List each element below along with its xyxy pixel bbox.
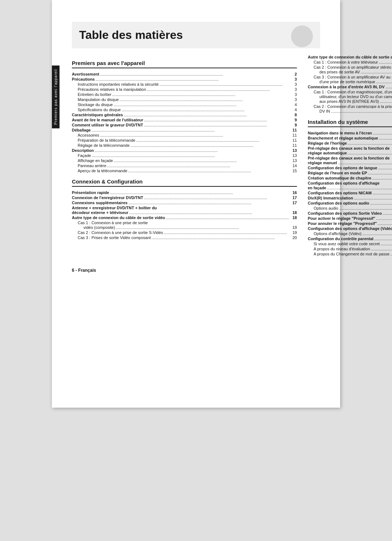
toc-dots: ........................................… xyxy=(380,99,392,104)
toc-row: Réglage de la télécommande..............… xyxy=(72,143,297,148)
footer: 6 - Français xyxy=(72,268,320,273)
toc-page: 3 xyxy=(290,82,297,86)
toc-dots xyxy=(148,224,289,224)
toc-page: 3 xyxy=(290,87,297,92)
toc-row: réglage manuel..........................… xyxy=(308,161,392,165)
toc-label: Spécifications du disque xyxy=(78,108,121,112)
toc-page: 13 xyxy=(290,148,297,153)
toc-row: Précautions.............................… xyxy=(72,77,297,82)
toc-page: 18 xyxy=(290,210,297,215)
toc-dots: ........................................… xyxy=(129,210,289,215)
toc-label: Façade xyxy=(78,153,91,158)
toc-dots: ........................................… xyxy=(331,109,392,114)
toc-dots: ........................................… xyxy=(379,60,392,65)
toc-dots: ........................................… xyxy=(338,161,392,165)
toc-label: A propos du Changement de mot de passe xyxy=(314,252,389,256)
right-column: Autre type de connexion du câble de sort… xyxy=(308,55,392,257)
toc-label: Cas 1 : Connexion à votre téléviseur xyxy=(314,60,378,64)
toc-row: Manipulation du disque..................… xyxy=(72,97,297,102)
toc-label: Connexions supplémentaires xyxy=(72,201,127,205)
left-column: Premiers pas avec l'appareil Avertisseme… xyxy=(72,55,297,257)
toc-row: Autre type de connexion du câble de sort… xyxy=(72,215,297,220)
toc-label: Cas 1 : Connexion d'un magnétoscope, d'u… xyxy=(314,90,392,94)
toc-page: 18 xyxy=(290,215,297,220)
toc-page: 11 xyxy=(290,138,297,142)
toc-label: des prises de sortie AV xyxy=(319,70,360,74)
toc-dots: ........................................… xyxy=(370,201,392,206)
toc-dots: ........................................… xyxy=(348,141,392,146)
toc-dots: ........................................… xyxy=(152,235,289,240)
toc-entries-section1: Avertissement...........................… xyxy=(72,72,297,173)
toc-row: Antenne + enregistreur DVD/TNT + boîtier… xyxy=(72,206,297,210)
toc-row: Cas 1 : Connexion d'un magnétoscope, d'u… xyxy=(308,90,392,94)
toc-row: Cas 1 : Connexion à une prise de sortie xyxy=(72,221,297,225)
toc-row: aux prises AV3 IN (ENTREE AV3)..........… xyxy=(308,99,392,104)
section-premiers-pas: Premiers pas avec l'appareil Avertisseme… xyxy=(72,60,297,173)
toc-row: Pré-réglage des canaux avec la fonction … xyxy=(308,156,392,160)
page-title: Table des matières xyxy=(79,28,313,42)
toc-row: Configuration des options audio.........… xyxy=(308,201,392,206)
toc-label: Configuration des options de langue xyxy=(308,166,377,170)
toc-page: 4 xyxy=(290,108,297,112)
toc-dots: ........................................… xyxy=(128,201,289,205)
toc-label: Aperçu de la télécommande xyxy=(78,169,127,173)
toc-dots: ........................................… xyxy=(327,186,392,190)
toc-label: Déballage xyxy=(72,128,91,132)
toc-dots: ........................................… xyxy=(377,221,392,226)
toc-dots: ........................................… xyxy=(100,72,289,77)
toc-page: 15 xyxy=(290,169,297,173)
section-heading-installation: Installation du système xyxy=(308,119,392,125)
toc-dots: ........................................… xyxy=(122,108,289,112)
toc-label: Cas 2 : Connexion d'un caméscope à la pr… xyxy=(314,104,392,109)
toc-row: Cas 3 : Connexion à un amplificateur AV … xyxy=(308,75,392,79)
section-heading-connexion: Connexion & Configuration xyxy=(72,178,297,185)
toc-dots: ........................................… xyxy=(124,113,289,117)
toc-entries-section3: Navigation dans le menu à l'écran.......… xyxy=(308,131,392,257)
toc-label: Navigation dans le menu à l'écran xyxy=(308,131,372,135)
toc-label: Connexion de l'enregistreur DVD/TNT xyxy=(72,195,143,200)
toc-label: Stockage du disque xyxy=(78,102,113,107)
toc-entries-top-right: Autre type de connexion du câble de sort… xyxy=(308,55,392,114)
toc-page: 19 xyxy=(290,225,297,230)
toc-row: Configuration des options Sortie Video..… xyxy=(308,211,392,216)
toc-dots: ........................................… xyxy=(130,143,289,148)
toc-label: d'une prise de sortie numérique xyxy=(319,80,375,84)
section-heading-premiers-pas: Premiers pas avec l'appareil xyxy=(72,60,297,66)
toc-label: Accessoires xyxy=(78,133,99,137)
toc-label: Comment utiliser le graveur DVD/TNT xyxy=(72,123,143,127)
toc-row: Pré-réglage des canaux avec la fonction … xyxy=(308,146,392,150)
toc-row: Connexion de l'enregistreur DVD/TNT.....… xyxy=(72,195,297,200)
toc-dots: ........................................… xyxy=(339,206,392,211)
vertical-tab: Premiers pas avec l'appareil xyxy=(52,65,60,128)
toc-dots: ........................................… xyxy=(373,131,392,136)
toc-label: aux prises AV3 IN (ENTREE AV3) xyxy=(319,99,379,104)
title-decoration xyxy=(291,25,313,47)
toc-row: A propos du Changement de mot de passe..… xyxy=(308,252,392,257)
title-box: Table des matières xyxy=(72,22,320,48)
toc-label: Affichage en façade xyxy=(78,158,113,163)
toc-page: 17 xyxy=(290,195,297,200)
toc-label: Connexion à la prise d'entrée AV3 IN, DV xyxy=(308,85,385,89)
section-divider-2 xyxy=(72,186,297,187)
toc-row: Pour activer le réglage "Progressif"....… xyxy=(308,216,392,221)
toc-dots: ........................................… xyxy=(159,82,289,87)
toc-row: Si vous avez oublié votre code secret...… xyxy=(308,242,392,246)
toc-row: Façade..................................… xyxy=(72,153,297,158)
toc-label: Autre type de connexion du câble de sort… xyxy=(72,215,165,220)
toc-row: Configuration des options NICAM.........… xyxy=(308,191,392,195)
toc-label: Antenne + enregistreur DVD/TNT + boîtier… xyxy=(72,206,157,210)
toc-page: 3 xyxy=(290,77,297,81)
toc-label: Réglage de la télécommande xyxy=(78,143,130,148)
toc-label: Configuration des options audio xyxy=(308,201,369,205)
toc-row: DV IN...................................… xyxy=(308,109,392,114)
toc-row: Entretien du boîtier....................… xyxy=(72,92,297,97)
toc-page: 9 xyxy=(290,118,297,122)
toc-dots: ........................................… xyxy=(144,195,289,200)
toc-page: 9 xyxy=(290,123,297,127)
toc-dots xyxy=(158,209,289,209)
toc-label: réglage manuel xyxy=(308,161,337,165)
toc-row: Cas 2 : Connexion à une prise de sortie … xyxy=(72,230,297,235)
toc-row: Description.............................… xyxy=(72,148,297,153)
section-divider-3 xyxy=(308,126,392,127)
toc-dots: ........................................… xyxy=(144,123,289,128)
